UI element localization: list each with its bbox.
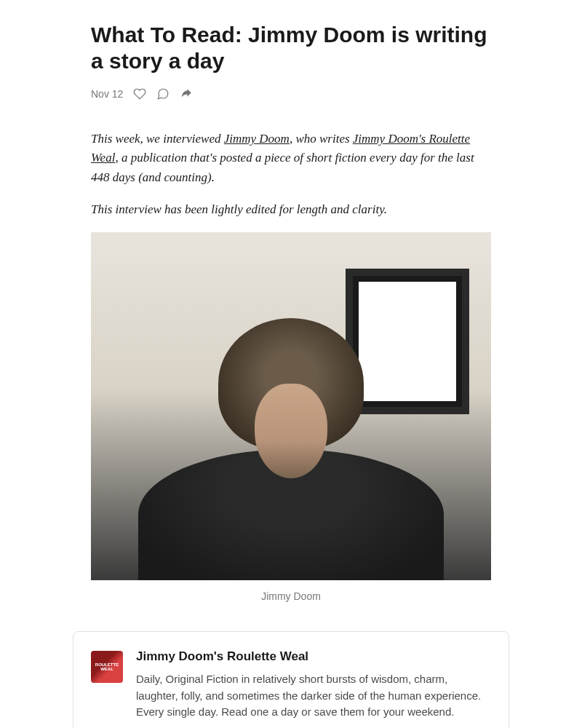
article-container: What To Read: Jimmy Doom is writing a st… bbox=[91, 0, 491, 728]
author-link[interactable]: Jimmy Doom bbox=[224, 132, 290, 146]
intro-text-prefix: This week, we interviewed bbox=[91, 132, 224, 146]
share-icon[interactable] bbox=[180, 87, 193, 100]
heart-icon[interactable] bbox=[133, 87, 146, 100]
publication-card-title: Jimmy Doom's Roulette Weal bbox=[136, 649, 491, 664]
person-illustration bbox=[138, 318, 444, 580]
comment-icon[interactable] bbox=[156, 87, 170, 100]
publish-date: Nov 12 bbox=[91, 88, 123, 100]
article-title: What To Read: Jimmy Doom is writing a st… bbox=[91, 22, 491, 74]
intro-paragraph: This week, we interviewed Jimmy Doom, wh… bbox=[91, 130, 491, 187]
intro-text-mid: , who writes bbox=[290, 132, 353, 146]
publication-card-body: Jimmy Doom's Roulette Weal Daily, Origin… bbox=[136, 649, 491, 721]
article-figure: Jimmy Doom bbox=[91, 232, 491, 602]
intro-text-suffix: , a publication that's posted a piece of… bbox=[91, 151, 474, 183]
publication-card-description: Daily, Original Fiction in relatively sh… bbox=[136, 671, 491, 721]
photo-caption: Jimmy Doom bbox=[91, 590, 491, 602]
publication-logo-text: ROULETTE WEAL bbox=[91, 662, 123, 671]
edited-note: This interview has been lightly edited f… bbox=[91, 200, 491, 219]
article-photo bbox=[91, 232, 491, 580]
publication-card[interactable]: ROULETTE WEAL Jimmy Doom's Roulette Weal… bbox=[73, 631, 509, 728]
meta-row: Nov 12 bbox=[91, 87, 491, 100]
publication-logo: ROULETTE WEAL bbox=[91, 651, 123, 683]
